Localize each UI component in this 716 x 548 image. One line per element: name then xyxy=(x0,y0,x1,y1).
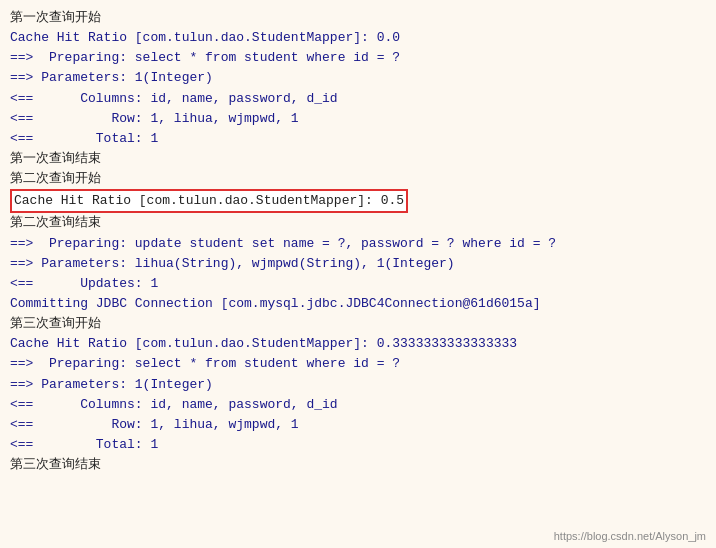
log-line: <== Row: 1, lihua, wjmpwd, 1 xyxy=(10,415,706,435)
log-line: ==> Preparing: update student set name =… xyxy=(10,234,706,254)
log-line: Cache Hit Ratio [com.tulun.dao.StudentMa… xyxy=(10,28,706,48)
log-lines: 第一次查询开始Cache Hit Ratio [com.tulun.dao.St… xyxy=(10,8,706,475)
log-container: 第一次查询开始Cache Hit Ratio [com.tulun.dao.St… xyxy=(0,0,716,548)
log-line: 第二次查询开始 xyxy=(10,169,706,189)
highlight-text: Cache Hit Ratio [com.tulun.dao.StudentMa… xyxy=(10,189,408,213)
log-line: <== Total: 1 xyxy=(10,435,706,455)
log-line: ==> Preparing: select * from student whe… xyxy=(10,354,706,374)
log-line: ==> Preparing: select * from student whe… xyxy=(10,48,706,68)
log-line: <== Updates: 1 xyxy=(10,274,706,294)
log-line: 第一次查询结束 xyxy=(10,149,706,169)
log-line: Cache Hit Ratio [com.tulun.dao.StudentMa… xyxy=(10,334,706,354)
log-line: 第一次查询开始 xyxy=(10,8,706,28)
log-line: Cache Hit Ratio [com.tulun.dao.StudentMa… xyxy=(10,189,706,213)
log-line: <== Row: 1, lihua, wjmpwd, 1 xyxy=(10,109,706,129)
log-line: 第二次查询结束 xyxy=(10,213,706,233)
log-line: Committing JDBC Connection [com.mysql.jd… xyxy=(10,294,706,314)
log-line: <== Total: 1 xyxy=(10,129,706,149)
watermark: https://blog.csdn.net/Alyson_jm xyxy=(554,530,706,542)
log-line: <== Columns: id, name, password, d_id xyxy=(10,89,706,109)
log-line: ==> Parameters: lihua(String), wjmpwd(St… xyxy=(10,254,706,274)
log-line: 第三次查询开始 xyxy=(10,314,706,334)
log-line: 第三次查询结束 xyxy=(10,455,706,475)
log-line: <== Columns: id, name, password, d_id xyxy=(10,395,706,415)
log-line: ==> Parameters: 1(Integer) xyxy=(10,375,706,395)
log-line: ==> Parameters: 1(Integer) xyxy=(10,68,706,88)
